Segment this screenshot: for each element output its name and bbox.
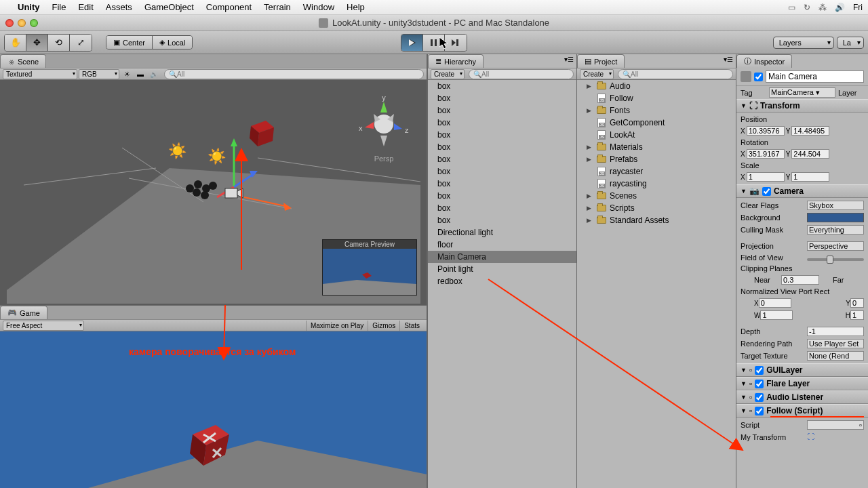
hand-tool[interactable]: ✋ [5, 35, 26, 51]
camera-component-header[interactable]: ▼📷 Camera [736, 184, 868, 198]
hierarchy-item[interactable]: redbox [428, 275, 576, 287]
project-item[interactable]: ▶Audio [577, 80, 736, 92]
menu-assets[interactable]: Assets [106, 2, 132, 12]
project-tab[interactable]: ▤Project [577, 54, 625, 68]
follow-script-component-header[interactable]: ▼▫Follow (Script) [736, 404, 868, 418]
bluetooth-icon[interactable]: ⁂ [818, 3, 827, 12]
expand-arrow-icon[interactable]: ▶ [587, 192, 593, 199]
project-create-dropdown[interactable]: Create [580, 69, 614, 79]
project-item[interactable]: ▶Prefabs [577, 153, 736, 165]
menu-window[interactable]: Window [303, 2, 334, 12]
hierarchy-item[interactable]: floor [428, 239, 576, 251]
hierarchy-item[interactable]: Main Camera [428, 251, 576, 263]
expand-arrow-icon[interactable]: ▶ [587, 205, 593, 211]
scene-tab[interactable]: ⨳Scene [0, 54, 46, 68]
stats-toggle[interactable]: Stats [399, 321, 424, 331]
scene-gizmo[interactable]: y x z Persp [353, 94, 414, 163]
game-view[interactable]: камера поворачивается за кубиком [0, 331, 427, 488]
hierarchy-item[interactable]: box [428, 141, 576, 153]
maximize-on-play-toggle[interactable]: Maximize on Play [306, 321, 368, 331]
minimize-window-button[interactable] [18, 19, 26, 27]
aspect-dropdown[interactable]: Free Aspect [3, 321, 84, 331]
tag-dropdown[interactable]: MainCamera ▾ [769, 87, 835, 98]
gizmos-toggle[interactable]: Gizmos [368, 321, 399, 331]
hierarchy-item[interactable]: box [428, 214, 576, 226]
hierarchy-item[interactable]: box [428, 92, 576, 104]
pause-button[interactable] [423, 35, 445, 51]
hierarchy-item[interactable]: box [428, 202, 576, 214]
transform-component-header[interactable]: ▼⛶ Transform [736, 99, 868, 113]
project-item[interactable]: ▶Scripts [577, 202, 736, 214]
vpx-field[interactable] [759, 298, 791, 308]
panel-menu-icon[interactable]: ▾☰ [721, 54, 736, 68]
clear-flags-dropdown[interactable]: Skybox [807, 201, 864, 210]
hierarchy-create-dropdown[interactable]: Create [431, 69, 465, 79]
menu-help[interactable]: Help [347, 2, 365, 12]
hierarchy-item[interactable]: box [428, 178, 576, 190]
expand-arrow-icon[interactable]: ▶ [587, 217, 593, 224]
scl-x-field[interactable] [747, 172, 785, 182]
pivot-center-button[interactable]: ▣Center [106, 36, 153, 49]
camera-enabled-checkbox[interactable] [762, 187, 771, 196]
hierarchy-item[interactable]: box [428, 104, 576, 117]
scl-y-field[interactable] [791, 172, 829, 182]
project-item[interactable]: ▶Materials [577, 141, 736, 153]
hierarchy-item[interactable]: box [428, 190, 576, 202]
projection-dropdown[interactable]: Perspective [807, 241, 864, 251]
clock[interactable]: Fri [853, 3, 863, 12]
play-button[interactable] [401, 35, 423, 51]
hierarchy-tab[interactable]: ≣Hierarchy [428, 54, 484, 68]
close-window-button[interactable] [5, 19, 14, 27]
flarelayer-component-header[interactable]: ▼▫Flare Layer [736, 377, 868, 390]
pos-y-field[interactable] [791, 126, 829, 136]
script-field[interactable]: ▫ [807, 420, 864, 430]
menu-terrain[interactable]: Terrain [264, 2, 291, 12]
near-field[interactable] [781, 275, 819, 285]
project-item[interactable]: LookAt [577, 129, 736, 141]
scale-tool[interactable]: ⤢ [70, 35, 92, 51]
panel-menu-icon[interactable]: ▾☰ [561, 54, 576, 68]
layout-dropdown[interactable]: La [837, 37, 864, 49]
hierarchy-item[interactable]: Directional light [428, 226, 576, 239]
vpy-field[interactable] [850, 298, 864, 308]
expand-arrow-icon[interactable]: ▶ [587, 107, 593, 114]
audiolistener-checkbox[interactable] [755, 393, 764, 402]
project-item[interactable]: ▶Scenes [577, 190, 736, 202]
gameobject-name-field[interactable] [766, 70, 864, 83]
expand-arrow-icon[interactable]: ▶ [587, 144, 593, 150]
guilayer-checkbox[interactable] [755, 366, 764, 375]
menu-gameobject[interactable]: GameObject [144, 2, 194, 12]
hierarchy-search[interactable]: 🔍All [469, 69, 574, 79]
maximize-window-button[interactable] [30, 19, 38, 27]
flarelayer-checkbox[interactable] [755, 380, 764, 388]
depth-field[interactable] [807, 327, 864, 336]
gameobject-active-checkbox[interactable] [754, 73, 763, 81]
hierarchy-item[interactable]: box [428, 129, 576, 141]
rot-x-field[interactable] [747, 149, 785, 159]
app-name[interactable]: Unity [18, 2, 40, 12]
scene-light-toggle[interactable]: ☀ [121, 69, 133, 79]
rotate-tool[interactable]: ⟲ [48, 35, 70, 51]
game-tab[interactable]: 🎮Game [0, 306, 47, 319]
move-tool[interactable]: ✥ [26, 35, 48, 51]
rot-y-field[interactable] [791, 149, 829, 159]
draw-mode-dropdown[interactable]: Textured [3, 69, 77, 79]
menu-edit[interactable]: Edit [78, 2, 93, 12]
timemachine-icon[interactable]: ↻ [804, 3, 810, 12]
pos-x-field[interactable] [747, 126, 785, 136]
pivot-local-button[interactable]: ◈Local [153, 36, 192, 49]
background-color-field[interactable] [807, 213, 864, 222]
follow-checkbox[interactable] [755, 407, 764, 415]
target-texture-field[interactable]: None (Rend [807, 351, 864, 361]
hierarchy-item[interactable]: box [428, 117, 576, 129]
hierarchy-item[interactable]: Point light [428, 263, 576, 275]
inspector-tab[interactable]: ⓘInspector [736, 54, 792, 68]
scene-search[interactable]: 🔍All [164, 69, 424, 79]
vph-field[interactable] [850, 310, 864, 320]
render-mode-dropdown[interactable]: RGB [79, 69, 119, 79]
project-item[interactable]: Follow [577, 92, 736, 104]
mytransform-field[interactable]: ⛶ [807, 432, 864, 442]
scene-view[interactable]: y x z Persp ☀️ ☀️ [0, 80, 427, 305]
hierarchy-item[interactable]: box [428, 80, 576, 92]
project-item[interactable]: raycasting [577, 178, 736, 190]
